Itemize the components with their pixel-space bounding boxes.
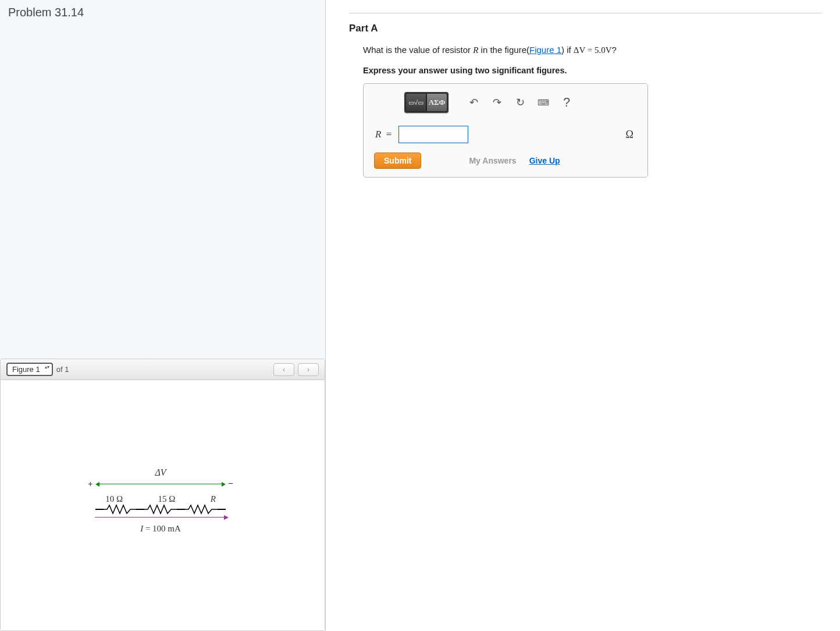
answer-variable-label: R = — [375, 129, 391, 140]
current-arrow — [95, 517, 227, 517]
figure-header: Figure 1 ▴▾ of 1 ‹ › — [1, 359, 325, 380]
figure-selector[interactable]: Figure 1 ▴▾ — [6, 363, 53, 376]
keyboard-button[interactable]: ⌨ — [537, 96, 550, 109]
problem-title: Problem 31.14 — [0, 0, 325, 19]
resistor-icon — [185, 504, 218, 515]
figure-link[interactable]: Figure 1 — [529, 45, 561, 55]
figure-prev-button[interactable]: ‹ — [273, 363, 294, 376]
figure-count-label: of 1 — [56, 365, 69, 374]
my-answers-link[interactable]: My Answers — [469, 156, 516, 165]
figure-body: ΔV + − 10 Ω 15 Ω R — [1, 380, 325, 630]
templates-button[interactable]: ▭√▭ — [405, 93, 426, 112]
help-button[interactable]: ? — [560, 96, 573, 109]
figure-selector-label: Figure 1 — [12, 365, 40, 374]
dropdown-arrows-icon: ▴▾ — [45, 365, 49, 369]
answer-box: ▭√▭ ΑΣΦ ↶ ↷ ↻ ⌨ ? R = — [363, 83, 648, 178]
help-icon: ? — [563, 95, 570, 110]
problem-spacer — [0, 19, 325, 359]
give-up-link[interactable]: Give Up — [529, 156, 560, 165]
redo-icon: ↷ — [493, 96, 501, 109]
greek-letters-button[interactable]: ΑΣΦ — [426, 93, 447, 112]
question-text: What is the value of resistor R in the f… — [363, 45, 823, 55]
undo-icon: ↶ — [469, 96, 478, 109]
part-heading: Part A — [349, 23, 823, 34]
delta-v-label: ΔV — [88, 467, 233, 478]
circuit-diagram: ΔV + − 10 Ω 15 Ω R — [88, 467, 233, 534]
resistor-3-label: R — [211, 494, 216, 504]
resistor-icon — [144, 504, 177, 515]
figure-next-button[interactable]: › — [298, 363, 319, 376]
current-label: I = 100 mA — [88, 524, 233, 534]
answer-unit: Ω — [626, 129, 633, 141]
equation-toolbar: ▭√▭ ΑΣΦ ↶ ↷ ↻ ⌨ ? — [364, 84, 647, 121]
reset-button[interactable]: ↻ — [514, 96, 526, 109]
figure-panel: Figure 1 ▴▾ of 1 ‹ › ΔV + − — [0, 359, 325, 631]
templates-icon: ▭√▭ — [408, 99, 423, 107]
resistor-2-label: 15 Ω — [158, 494, 175, 504]
greek-letters-icon: ΑΣΦ — [429, 98, 446, 107]
reset-icon: ↻ — [516, 96, 525, 109]
submit-button[interactable]: Submit — [374, 153, 421, 169]
undo-button[interactable]: ↶ — [467, 96, 480, 109]
answer-input[interactable] — [398, 126, 468, 143]
resistor-row — [88, 504, 233, 515]
plus-sign: + — [88, 479, 93, 489]
voltage-arrow — [97, 484, 225, 484]
answer-instructions: Express your answer using two significan… — [363, 66, 823, 75]
divider — [349, 13, 823, 13]
redo-button[interactable]: ↷ — [490, 96, 503, 109]
minus-sign: − — [228, 478, 233, 489]
resistor-1-label: 10 Ω — [105, 494, 123, 504]
resistor-icon — [104, 504, 136, 515]
keyboard-icon: ⌨ — [538, 98, 549, 107]
